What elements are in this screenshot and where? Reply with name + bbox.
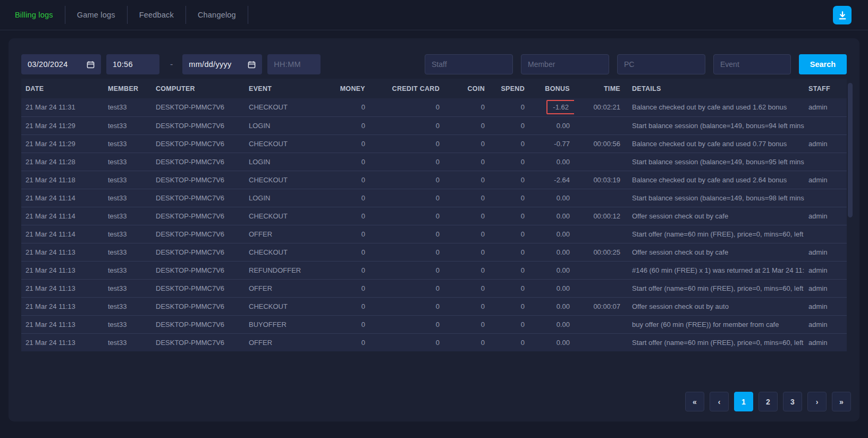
start-date-input[interactable]: 03/20/2024 [21, 54, 101, 74]
cell-spend: 0 [489, 333, 529, 351]
next-page-button[interactable]: › [807, 392, 827, 411]
cell-staff: admin [804, 243, 847, 261]
bonus-value: -1.62 [546, 100, 574, 114]
download-icon [838, 11, 847, 20]
cell-money: 0 [332, 279, 369, 297]
bonus-value: -0.77 [554, 140, 570, 148]
first-page-button[interactable]: « [685, 392, 704, 411]
page-3-button[interactable]: 3 [783, 392, 802, 411]
column-header-staff: STAFF [804, 79, 847, 98]
table-row: 21 Mar 24 11:13 test33 DESKTOP-PMMC7V6 R… [21, 261, 847, 279]
column-header-details: DETAILS [625, 79, 804, 98]
column-header-spend: SPEND [489, 79, 529, 98]
cell-time [574, 315, 625, 333]
tab-feedback[interactable]: Feedback [128, 0, 186, 30]
cell-money: 0 [332, 98, 369, 116]
cell-details: Balance checked out by cafe and used 1.6… [625, 98, 804, 116]
cell-computer: DESKTOP-PMMC7V6 [151, 134, 245, 153]
cell-credit-card: 0 [369, 207, 444, 225]
tab-changelog[interactable]: Changelog [186, 0, 248, 30]
previous-page-button[interactable]: ‹ [710, 392, 729, 411]
table-scrollbar[interactable] [848, 83, 853, 217]
cell-coin: 0 [444, 98, 489, 116]
member-filter-input[interactable] [521, 54, 609, 74]
cell-spend: 0 [489, 279, 529, 297]
tab-game-logs[interactable]: Game logs [65, 0, 127, 30]
cell-computer: DESKTOP-PMMC7V6 [151, 207, 245, 225]
cell-staff: admin [804, 207, 847, 225]
cell-time [574, 333, 625, 351]
cell-computer: DESKTOP-PMMC7V6 [151, 153, 245, 171]
cell-details: #146 (60 min (FREE) x 1) was returned at… [625, 261, 804, 279]
bonus-value: 0.00 [557, 321, 570, 328]
column-header-bonus: BONUS [529, 79, 574, 98]
cell-member: test33 [104, 315, 151, 333]
cell-credit-card: 0 [369, 297, 444, 315]
cell-date: 21 Mar 24 11:31 [21, 98, 104, 116]
end-time-input[interactable]: HH:MM [267, 54, 321, 74]
start-time-input[interactable]: 10:56 [106, 54, 159, 74]
pagination: « ‹ 1 2 3 › » [685, 392, 851, 411]
cell-time: 00:00:07 [574, 297, 625, 315]
cell-staff: admin [804, 134, 847, 153]
staff-filter-input[interactable] [425, 54, 513, 74]
cell-details: Balance checked out by cafe and used 2.6… [625, 171, 804, 189]
column-header-computer: COMPUTER [151, 79, 245, 98]
cell-event: LOGIN [245, 189, 332, 207]
cell-time: 00:03:19 [574, 171, 625, 189]
cell-credit-card: 0 [369, 279, 444, 297]
search-button[interactable]: Search [799, 54, 847, 74]
cell-event: OFFER [245, 225, 332, 243]
pc-filter-input[interactable] [617, 54, 705, 74]
cell-money: 0 [332, 315, 369, 333]
cell-staff: admin [804, 171, 847, 189]
table-row: 21 Mar 24 11:14 test33 DESKTOP-PMMC7V6 C… [21, 207, 847, 225]
tab-divider [248, 6, 248, 24]
cell-credit-card: 0 [369, 116, 444, 134]
cell-time [574, 189, 625, 207]
cell-bonus: 0.00 [529, 243, 574, 261]
cell-credit-card: 0 [369, 98, 444, 116]
cell-time [574, 225, 625, 243]
cell-details: Offer session check out by auto [625, 297, 804, 315]
cell-coin: 0 [444, 297, 489, 315]
cell-spend: 0 [489, 171, 529, 189]
cell-event: LOGIN [245, 153, 332, 171]
cell-date: 21 Mar 24 11:13 [21, 279, 104, 297]
bonus-value: 0.00 [557, 339, 570, 347]
tab-bar: Billing logs Game logs Feedback Changelo… [0, 0, 248, 30]
cell-bonus: 0.00 [529, 189, 574, 207]
cell-coin: 0 [444, 225, 489, 243]
page-1-button[interactable]: 1 [734, 392, 753, 411]
page-2-button[interactable]: 2 [759, 392, 778, 411]
end-time-placeholder: HH:MM [274, 60, 301, 69]
cell-coin: 0 [444, 153, 489, 171]
date-range-separator: - [170, 60, 173, 69]
cell-member: test33 [104, 116, 151, 134]
calendar-icon[interactable] [248, 61, 256, 69]
bonus-value: 0.00 [557, 284, 570, 292]
cell-time [574, 261, 625, 279]
table-row: 21 Mar 24 11:13 test33 DESKTOP-PMMC7V6 C… [21, 243, 847, 261]
column-header-event: EVENT [245, 79, 332, 98]
cell-credit-card: 0 [369, 171, 444, 189]
tab-billing-logs[interactable]: Billing logs [3, 0, 65, 30]
cell-spend: 0 [489, 116, 529, 134]
cell-bonus: 0.00 [529, 297, 574, 315]
cell-credit-card: 0 [369, 134, 444, 153]
end-date-input[interactable]: mm/dd/yyyy [182, 54, 262, 74]
cell-bonus: 0.00 [529, 333, 574, 351]
cell-spend: 0 [489, 207, 529, 225]
cell-date: 21 Mar 24 11:13 [21, 333, 104, 351]
download-button[interactable] [833, 6, 852, 24]
cell-member: test33 [104, 279, 151, 297]
cell-staff: admin [804, 98, 847, 116]
cell-computer: DESKTOP-PMMC7V6 [151, 98, 245, 116]
cell-date: 21 Mar 24 11:14 [21, 189, 104, 207]
event-filter-input[interactable] [713, 54, 791, 74]
calendar-icon[interactable] [87, 61, 95, 69]
last-page-button[interactable]: » [832, 392, 851, 411]
cell-member: test33 [104, 243, 151, 261]
cell-spend: 0 [489, 243, 529, 261]
cell-member: test33 [104, 171, 151, 189]
